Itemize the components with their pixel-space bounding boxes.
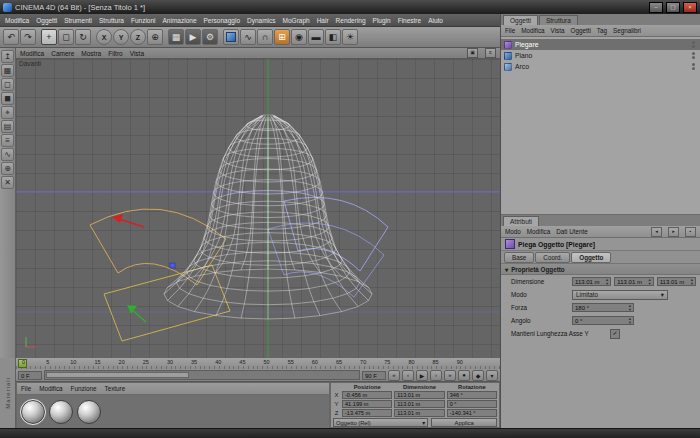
object-manager-menu-segnalibri[interactable]: Segnalibri [613, 27, 641, 34]
rotation-x-field[interactable]: 346 ° [447, 391, 497, 399]
menu-personaggio[interactable]: Personaggio [204, 17, 241, 24]
menu-finestre[interactable]: Finestre [398, 17, 421, 24]
viewport-menu-modifica[interactable]: Modifica [20, 50, 44, 57]
history-back-icon[interactable]: ◂ [651, 227, 662, 237]
tab-struttura[interactable]: Struttura [539, 15, 578, 25]
size-x-field[interactable]: 113.01 m [394, 391, 444, 399]
coordinate-system-icon[interactable]: ⊕ [147, 29, 163, 45]
add-environment-icon[interactable]: ▬ [308, 29, 324, 45]
workplane-mode-icon[interactable]: ◼ [1, 92, 14, 105]
spline-arc-blue-1[interactable] [284, 197, 388, 271]
menu-mograph[interactable]: MoGraph [283, 17, 310, 24]
spinner-icon[interactable]: ▴▾ [606, 278, 608, 286]
attributes-menu-modifica[interactable]: Modifica [527, 228, 550, 235]
tab-attributi[interactable]: Attributi [503, 216, 539, 226]
size-z-field[interactable]: 113.01 m [394, 409, 444, 417]
next-frame-icon[interactable]: › [430, 370, 442, 381]
visibility-dots[interactable] [692, 41, 695, 48]
render-settings-icon[interactable]: ⚙ [202, 29, 218, 45]
attributes-menu-dati-utente[interactable]: Dati Utente [556, 228, 588, 235]
attr-tab-oggetto[interactable]: Oggetto [571, 252, 611, 263]
materials-menu-file[interactable]: File [21, 385, 31, 392]
menu-modifica[interactable]: Modifica [5, 17, 29, 24]
menu-struttura[interactable]: Struttura [99, 17, 124, 24]
rotation-z-field[interactable]: -140.341 ° [447, 409, 497, 417]
materials-menu-texture[interactable]: Texture [105, 385, 126, 392]
tab-oggetti[interactable]: Oggetti [503, 15, 538, 25]
apply-button[interactable]: Applica [431, 418, 497, 427]
visibility-dots[interactable] [692, 52, 695, 59]
attributes-menu-modo[interactable]: Modo [505, 228, 521, 235]
spinner-icon[interactable]: ▴▾ [629, 317, 631, 325]
dimension-x-field[interactable]: 113.01 m▴▾ [572, 277, 611, 286]
add-cube-icon[interactable] [223, 29, 239, 45]
add-array-icon[interactable]: ⊞ [274, 29, 290, 45]
spline-edit-icon[interactable]: ∿ [1, 148, 14, 161]
mode-dropdown[interactable]: Limitato ▾ [572, 290, 668, 300]
wireframe-mesh[interactable] [164, 114, 372, 319]
render-view-icon[interactable]: ▦ [168, 29, 184, 45]
move-tool-icon[interactable]: + [41, 29, 57, 45]
menu-plugin[interactable]: Plugin [373, 17, 391, 24]
make-editable-icon[interactable]: ↥ [1, 50, 14, 63]
position-z-field[interactable]: -13.475 m [342, 409, 392, 417]
timeline-scrollbar[interactable] [44, 370, 360, 380]
spinner-icon[interactable]: ▴▾ [691, 278, 693, 286]
viewport-canvas[interactable]: Davanti [16, 59, 500, 359]
menu-animazione[interactable]: Animazione [163, 17, 197, 24]
tree-item-arco[interactable]: Arco [501, 61, 700, 72]
viewport-menu-camere[interactable]: Camere [51, 50, 74, 57]
spline-arc-orange[interactable] [90, 209, 226, 285]
menu-strumenti[interactable]: Strumenti [64, 17, 92, 24]
axis-mode-icon[interactable]: ⊕ [1, 162, 14, 175]
add-light-icon[interactable]: ☀ [342, 29, 358, 45]
spline-quad-yellow[interactable] [104, 265, 230, 341]
menu-rendering[interactable]: Rendering [336, 17, 366, 24]
gizmo-z-handle[interactable] [170, 263, 175, 268]
add-spline-icon[interactable]: ∿ [240, 29, 256, 45]
autokey-icon[interactable]: ◆ [472, 370, 484, 381]
redo-icon[interactable]: ↷ [20, 29, 36, 45]
tree-item-piegare[interactable]: Piegare [501, 39, 700, 50]
menu-hair[interactable]: Hair [317, 17, 329, 24]
menu-dynamics[interactable]: Dynamics [247, 17, 276, 24]
end-frame-field[interactable]: 90 F [362, 371, 386, 380]
materials-dock-label[interactable]: Materiali [5, 377, 11, 409]
spinner-icon[interactable]: ▴▾ [629, 304, 631, 312]
rotation-y-field[interactable]: 0 ° [447, 400, 497, 408]
attr-tab-coord[interactable]: Coord. [535, 252, 570, 263]
attr-tab-base[interactable]: Base [504, 252, 534, 263]
model-mode-icon[interactable]: ▦ [1, 64, 14, 77]
close-button[interactable]: × [683, 2, 697, 13]
viewport-maximize-icon[interactable]: ▣ [467, 48, 478, 58]
object-properties-section-header[interactable]: ▾ Proprietà Oggetto [501, 264, 700, 275]
spinner-icon[interactable]: ▴▾ [648, 278, 650, 286]
menu-aiuto[interactable]: Aiuto [428, 17, 443, 24]
object-manager-menu-vista[interactable]: Vista [551, 27, 565, 34]
material-thumbnail[interactable] [49, 400, 73, 424]
object-manager-menu-tag[interactable]: Tag [597, 27, 607, 34]
add-camera-icon[interactable]: ◧ [325, 29, 341, 45]
previous-frame-icon[interactable]: ‹ [402, 370, 414, 381]
record-keyframe-icon[interactable]: ● [458, 370, 470, 381]
add-deformer-icon[interactable]: ◉ [291, 29, 307, 45]
add-nurbs-icon[interactable]: ∩ [257, 29, 273, 45]
position-y-field[interactable]: 41.199 m [342, 400, 392, 408]
viewport-options-icon[interactable]: ≡ [485, 48, 496, 58]
viewport-menu-filtro[interactable]: Filtro [108, 50, 122, 57]
strength-field[interactable]: 180 °▴▾ [572, 303, 634, 312]
rotate-tool-icon[interactable]: ↻ [75, 29, 91, 45]
maximize-button[interactable]: ▢ [666, 2, 680, 13]
object-manager-menu-oggetti[interactable]: Oggetti [571, 27, 591, 34]
material-thumbnail[interactable] [77, 400, 101, 424]
menu-oggetti[interactable]: Oggetti [36, 17, 57, 24]
minimize-button[interactable]: – [649, 2, 663, 13]
size-y-field[interactable]: 113.01 m [394, 400, 444, 408]
lock-icon[interactable]: ▪ [685, 227, 696, 237]
keyframe-options-icon[interactable]: ▾ [486, 370, 498, 381]
tree-item-piano[interactable]: Piano [501, 50, 700, 61]
viewport-view-label[interactable]: Davanti [19, 60, 41, 67]
points-mode-icon[interactable]: ⌖ [1, 106, 14, 119]
edges-mode-icon[interactable]: ▤ [1, 120, 14, 133]
polygons-mode-icon[interactable]: ≡ [1, 134, 14, 147]
